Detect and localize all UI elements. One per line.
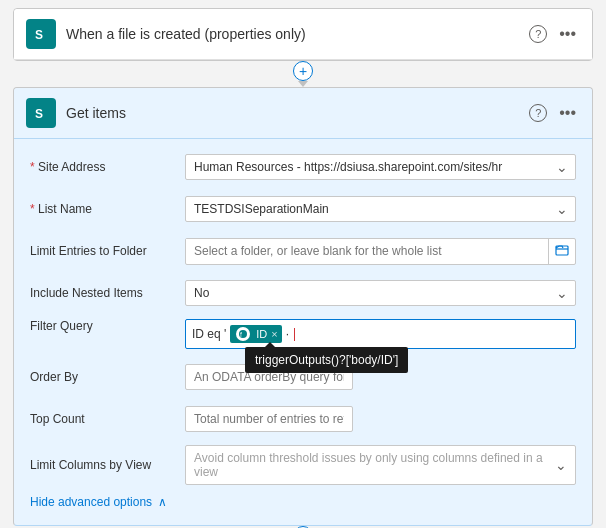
svg-text:f: f xyxy=(240,331,242,338)
filter-suffix-text: · xyxy=(286,327,289,341)
limit-folder-row: Limit Entries to Folder xyxy=(30,235,576,267)
list-name-label: List Name xyxy=(30,202,185,216)
folder-input-field[interactable] xyxy=(186,239,548,263)
token-chip-icon: f xyxy=(236,327,250,341)
site-address-control: Human Resources - https://dsiusa.sharepo… xyxy=(185,154,576,180)
nested-items-row: Include Nested Items No ⌄ xyxy=(30,277,576,309)
order-by-label: Order By xyxy=(30,370,185,384)
limit-columns-control: Avoid column threshold issues by only us… xyxy=(185,445,576,485)
nested-items-control: No ⌄ xyxy=(185,280,576,306)
token-label: ID xyxy=(256,328,267,340)
site-address-select[interactable]: Human Resources - https://dsiusa.sharepo… xyxy=(185,154,576,180)
action-actions: ? ••• xyxy=(529,102,580,124)
folder-input-group xyxy=(185,238,576,265)
top-count-label: Top Count xyxy=(30,412,185,426)
trigger-title: When a file is created (properties only) xyxy=(66,26,529,42)
list-name-select[interactable]: TESTDSISeparationMain xyxy=(185,196,576,222)
filter-token-id[interactable]: f ID × xyxy=(230,325,281,343)
token-close-icon[interactable]: × xyxy=(271,328,277,340)
action-title: Get items xyxy=(66,105,529,121)
limit-columns-arrow-icon: ⌄ xyxy=(555,457,567,473)
filter-query-input[interactable]: ID eq ' f ID × · xyxy=(185,319,576,349)
nested-items-select[interactable]: No xyxy=(185,280,576,306)
connector-arrow-top xyxy=(298,81,308,87)
limit-folder-control xyxy=(185,238,576,265)
action-card-header: S Get items ? ••• xyxy=(14,88,592,139)
top-count-input[interactable] xyxy=(185,406,353,432)
top-count-row: Top Count xyxy=(30,403,576,435)
svg-text:S: S xyxy=(35,107,43,121)
action-card: S Get items ? ••• Site Address Human Res… xyxy=(13,87,593,526)
trigger-card: S When a file is created (properties onl… xyxy=(13,8,593,61)
filter-cursor xyxy=(294,328,295,341)
action-card-body: Site Address Human Resources - https://d… xyxy=(14,139,592,525)
hide-advanced-toggle[interactable]: Hide advanced options ∧ xyxy=(30,495,576,513)
trigger-menu-button[interactable]: ••• xyxy=(555,23,580,45)
trigger-card-header: S When a file is created (properties onl… xyxy=(14,9,592,60)
trigger-icon: S xyxy=(26,19,56,49)
action-icon: S xyxy=(26,98,56,128)
folder-browse-button[interactable] xyxy=(548,239,575,264)
action-help-icon[interactable]: ? xyxy=(529,104,547,122)
token-tooltip: triggerOutputs()?['body/ID'] xyxy=(245,347,408,373)
filter-query-row: Filter Query ID eq ' f ID × · xyxy=(30,319,576,351)
filter-query-label: Filter Query xyxy=(30,319,185,333)
site-address-row: Site Address Human Resources - https://d… xyxy=(30,151,576,183)
filter-query-control-wrap: ID eq ' f ID × · xyxy=(185,319,576,349)
svg-text:S: S xyxy=(35,28,43,42)
list-name-row: List Name TESTDSISeparationMain ⌄ xyxy=(30,193,576,225)
hide-advanced-label: Hide advanced options xyxy=(30,495,152,509)
top-count-control xyxy=(185,406,576,432)
limit-columns-placeholder: Avoid column threshold issues by only us… xyxy=(194,451,551,479)
filter-prefix-text: ID eq ' xyxy=(192,327,226,341)
tooltip-text: triggerOutputs()?['body/ID'] xyxy=(255,353,398,367)
nested-items-label: Include Nested Items xyxy=(30,286,185,300)
limit-columns-row: Limit Columns by View Avoid column thres… xyxy=(30,445,576,485)
trigger-actions: ? ••• xyxy=(529,23,580,45)
site-address-label: Site Address xyxy=(30,160,185,174)
trigger-help-icon[interactable]: ? xyxy=(529,25,547,43)
action-menu-button[interactable]: ••• xyxy=(555,102,580,124)
limit-folder-label: Limit Entries to Folder xyxy=(30,244,185,258)
chevron-up-icon: ∧ xyxy=(158,495,167,509)
connector-top: + xyxy=(293,61,313,87)
add-step-button-top[interactable]: + xyxy=(293,61,313,81)
list-name-control: TESTDSISeparationMain ⌄ xyxy=(185,196,576,222)
limit-columns-label: Limit Columns by View xyxy=(30,458,185,472)
